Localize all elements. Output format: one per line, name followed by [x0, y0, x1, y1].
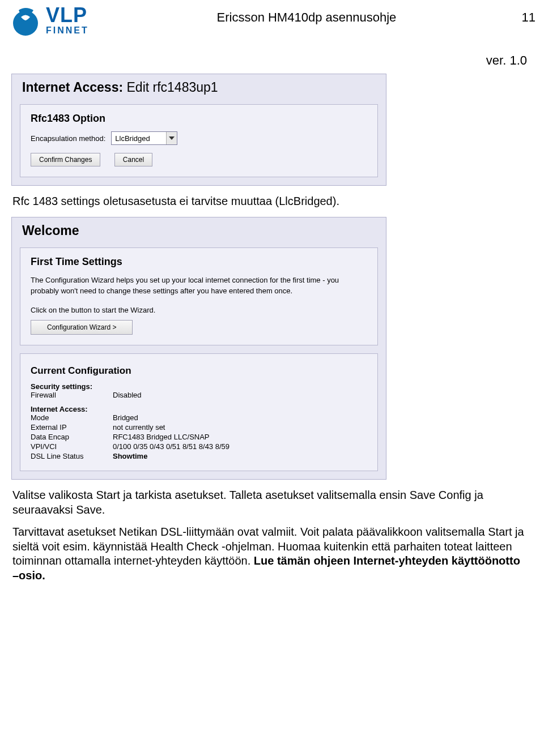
panel-title-light: Edit rfc1483up1 [127, 80, 218, 95]
data-encap-value: RFC1483 Bridged LLC/SNAP [113, 433, 367, 441]
rfc1483-option-box: Rfc1483 Option Encapsulation method: Llc… [20, 104, 378, 177]
welcome-title: Welcome [12, 217, 386, 242]
first-time-settings-box: First Time Settings The Configuration Wi… [20, 247, 378, 346]
encapsulation-value: LlcBridged [115, 134, 166, 143]
data-encap-key: Data Encap [31, 433, 113, 441]
chevron-down-icon [166, 132, 177, 144]
version-label: ver. 1.0 [0, 36, 544, 74]
internet-access-panel: Internet Access: Edit rfc1483up1 Rfc1483… [11, 74, 386, 186]
vpi-vci-value: 0/100 0/35 0/43 0/51 8/51 8/43 8/59 [113, 442, 367, 451]
wizard-description: The Configuration Wizard helps you set u… [31, 275, 367, 297]
instruction-text-1: Rfc 1483 settings oletusasetusta ei tarv… [12, 194, 527, 209]
document-title: Ericsson HM410dp asennusohje [100, 5, 513, 25]
security-table: Firewall Disabled [31, 391, 367, 399]
page-header: VLP FINNET Ericsson HM410dp asennusohje … [0, 0, 544, 36]
vpi-vci-key: VPI/VCI [31, 442, 113, 451]
current-config-heading: Current Configuration [31, 365, 367, 377]
firewall-value: Disabled [113, 391, 367, 399]
external-ip-key: External IP [31, 423, 113, 432]
instruction-text-2a: Valitse valikosta Start ja tarkista aset… [12, 488, 527, 517]
firewall-key: Firewall [31, 391, 113, 399]
security-settings-heading: Security settings: [31, 382, 367, 391]
encapsulation-select[interactable]: LlcBridged [111, 131, 177, 145]
panel-title: Internet Access: Edit rfc1483up1 [12, 74, 386, 99]
logo-icon [8, 5, 40, 36]
welcome-panel: Welcome First Time Settings The Configur… [11, 217, 386, 480]
first-time-heading: First Time Settings [31, 256, 367, 268]
internet-access-table: Mode Bridged External IP not currently s… [31, 413, 367, 460]
logo-main-text: VLP [46, 5, 87, 25]
wizard-instruction: Click on the button to start the Wizard. [31, 305, 367, 316]
configuration-wizard-button[interactable]: Configuration Wizard > [31, 320, 133, 335]
external-ip-value: not currently set [113, 423, 367, 432]
dsl-status-key: DSL Line Status [31, 452, 113, 460]
section-heading: Rfc1483 Option [31, 113, 367, 125]
confirm-changes-button[interactable]: Confirm Changes [31, 153, 100, 166]
mode-key: Mode [31, 413, 113, 422]
dsl-status-value: Showtime [113, 452, 367, 460]
mode-value: Bridged [113, 413, 367, 422]
encapsulation-label: Encapsulation method: [31, 134, 105, 143]
panel-title-bold: Internet Access: [22, 80, 123, 95]
logo-sub-text: FINNET [46, 25, 89, 36]
logo: VLP FINNET [8, 5, 89, 36]
internet-access-heading: Internet Access: [31, 405, 367, 413]
page-number: 11 [513, 5, 536, 25]
instruction-text-2b: Tarvittavat asetukset Netikan DSL-liitty… [12, 525, 527, 583]
current-configuration-box: Current Configuration Security settings:… [20, 353, 378, 471]
cancel-button[interactable]: Cancel [114, 153, 152, 166]
